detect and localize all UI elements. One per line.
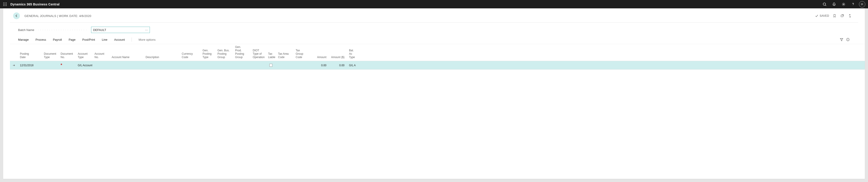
- cell-document-type[interactable]: [41, 61, 58, 69]
- col-gen-posting-type[interactable]: Gen. Posting Type: [200, 44, 215, 61]
- batch-name-input-wrap[interactable]: ···: [91, 27, 150, 33]
- svg-line-10: [825, 5, 826, 6]
- col-account-no[interactable]: Account No.: [92, 44, 110, 61]
- col-tax-liable[interactable]: Tax Liable: [266, 44, 276, 61]
- cell-currency-code[interactable]: [180, 61, 200, 69]
- grid-header-row: Posting Date Document Type Document No. …: [10, 44, 865, 61]
- filter-button[interactable]: [839, 37, 844, 41]
- svg-point-0: [3, 2, 4, 3]
- top-bar: Dynamics 365 Business Central IK: [0, 0, 868, 8]
- cell-amount-usd[interactable]: 0.00: [329, 61, 347, 69]
- bookmark-button[interactable]: [832, 13, 837, 18]
- toolbar-account[interactable]: Account: [114, 38, 125, 41]
- toolbar-post-print[interactable]: Post/Print: [82, 38, 95, 41]
- col-tax-area-code[interactable]: Tax Area Code: [276, 44, 293, 61]
- cell-description[interactable]: [143, 61, 180, 69]
- page-sheet: GENERAL JOURNALS | WORK DATE: 4/6/2020 S…: [3, 8, 865, 179]
- toolbar-more-options[interactable]: More options: [138, 38, 156, 41]
- col-description[interactable]: Description: [143, 44, 180, 61]
- cell-bal-account-type[interactable]: G/L A: [347, 61, 357, 69]
- collapse-button[interactable]: [848, 13, 852, 18]
- cell-diot-type[interactable]: [250, 61, 266, 69]
- cell-gen-posting-type[interactable]: [200, 61, 215, 69]
- saved-label: SAVED: [819, 14, 829, 18]
- batch-name-field-row: Batch Name · · · · · · · · · · · · · · ·…: [10, 23, 858, 37]
- action-toolbar-left: Manage Process Payroll Page Post/Print L…: [18, 37, 156, 41]
- page-header: GENERAL JOURNALS | WORK DATE: 4/6/2020 S…: [10, 8, 858, 23]
- page-header-right: SAVED: [815, 13, 852, 18]
- app-title: Dynamics 365 Business Central: [10, 2, 59, 6]
- search-button[interactable]: [820, 0, 829, 8]
- field-dots: · · · · · · · · · · · · · · · · · · · · …: [36, 29, 91, 31]
- col-diot-type[interactable]: DIOT Type of Operation: [250, 44, 266, 61]
- col-gen-bus-posting-group[interactable]: Gen. Bus. Posting Group: [215, 44, 233, 61]
- cell-posting-date[interactable]: 12/31/2018: [18, 61, 37, 69]
- svg-point-4: [5, 4, 5, 4]
- cell-amount[interactable]: 0.00: [307, 61, 329, 69]
- toolbar-page[interactable]: Page: [69, 38, 75, 41]
- batch-name-input[interactable]: [93, 28, 145, 32]
- svg-point-11: [843, 4, 844, 5]
- top-bar-right: IK: [820, 0, 867, 8]
- col-amount[interactable]: Amount: [307, 44, 329, 61]
- cell-tax-group-code[interactable]: [293, 61, 307, 69]
- user-avatar[interactable]: IK: [859, 1, 865, 7]
- top-bar-left: Dynamics 365 Business Central: [0, 0, 59, 8]
- svg-point-6: [3, 5, 4, 6]
- toolbar-manage[interactable]: Manage: [18, 38, 29, 41]
- col-account-type[interactable]: Account Type: [75, 44, 92, 61]
- svg-point-9: [823, 3, 826, 5]
- breadcrumb: GENERAL JOURNALS | WORK DATE: 4/6/2020: [24, 14, 91, 18]
- cell-gen-bus-posting-group[interactable]: [215, 61, 233, 69]
- col-document-no[interactable]: Document No.: [58, 44, 75, 61]
- col-bal-account-type[interactable]: Bal. Ac Type: [347, 44, 357, 61]
- svg-point-7: [5, 5, 5, 6]
- cell-tax-liable[interactable]: [266, 61, 276, 69]
- col-posting-date[interactable]: Posting Date: [18, 44, 37, 61]
- app-launcher-button[interactable]: [0, 0, 10, 8]
- svg-point-3: [3, 4, 4, 4]
- stage: GENERAL JOURNALS | WORK DATE: 4/6/2020 S…: [0, 8, 868, 182]
- back-button[interactable]: [13, 12, 20, 19]
- svg-point-5: [6, 4, 7, 4]
- saved-indicator: SAVED: [815, 14, 829, 18]
- batch-name-label: Batch Name: [18, 28, 36, 32]
- svg-rect-13: [841, 15, 843, 17]
- info-button[interactable]: [846, 37, 850, 41]
- svg-point-16: [848, 39, 848, 39]
- page-header-left: GENERAL JOURNALS | WORK DATE: 4/6/2020: [13, 12, 91, 19]
- popout-button[interactable]: [840, 13, 844, 18]
- toolbar-process[interactable]: Process: [35, 38, 46, 41]
- cell-document-no[interactable]: *: [58, 61, 75, 69]
- col-currency-code[interactable]: Currency Code: [180, 44, 200, 61]
- col-gen-prod-posting-group[interactable]: Gen. Prod. Posting Group: [233, 44, 250, 61]
- notifications-button[interactable]: [830, 0, 839, 8]
- journal-grid: Posting Date Document Type Document No. …: [10, 44, 865, 70]
- settings-button[interactable]: [839, 0, 848, 8]
- col-tax-group-code[interactable]: Tax Group Code: [293, 44, 307, 61]
- cell-tax-area-code[interactable]: [276, 61, 293, 69]
- toolbar-line[interactable]: Line: [102, 38, 107, 41]
- cell-account-type[interactable]: G/L Account: [75, 61, 92, 69]
- cell-account-name[interactable]: [110, 61, 143, 69]
- toolbar-payroll[interactable]: Payroll: [53, 38, 62, 41]
- col-amount-usd[interactable]: Amount ($): [329, 44, 347, 61]
- required-asterisk-icon: *: [61, 63, 62, 68]
- grid-row[interactable]: 12/31/2018 * G/L Account: [10, 61, 865, 70]
- toolbar-separator: [131, 37, 132, 41]
- help-button[interactable]: [848, 0, 858, 8]
- col-document-type[interactable]: Document Type: [41, 44, 58, 61]
- svg-point-1: [5, 2, 5, 3]
- svg-point-2: [6, 2, 7, 3]
- col-account-name[interactable]: Account Name: [110, 44, 143, 61]
- cell-gen-prod-posting-group[interactable]: [233, 61, 250, 69]
- svg-point-8: [6, 5, 7, 6]
- tax-liable-checkbox[interactable]: [270, 64, 272, 67]
- batch-name-lookup-button[interactable]: ···: [145, 29, 149, 31]
- action-toolbar-right: [839, 37, 850, 41]
- cell-account-no[interactable]: [92, 61, 110, 69]
- row-actions-button[interactable]: [37, 61, 41, 69]
- row-selector-icon[interactable]: [10, 61, 18, 69]
- action-toolbar: Manage Process Payroll Page Post/Print L…: [10, 37, 858, 44]
